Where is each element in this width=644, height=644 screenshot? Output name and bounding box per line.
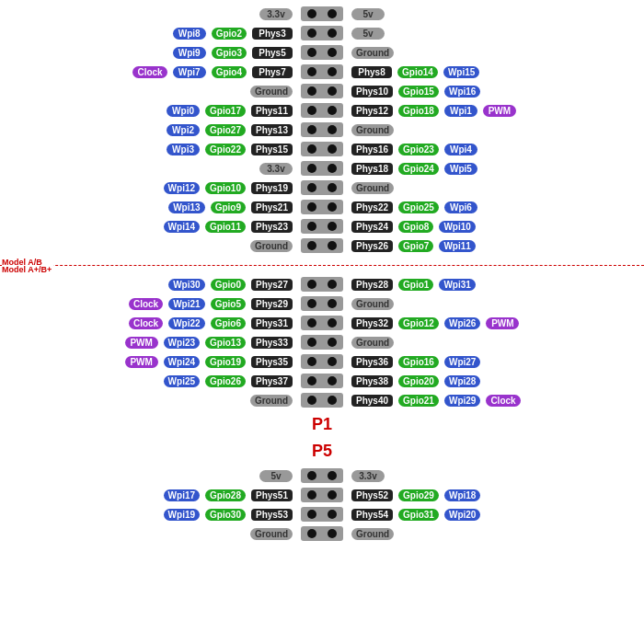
p5-diagram: P5 5v3.3vWpi17Gpio28Phys51Phys52Gpio29Wp… xyxy=(0,442,644,543)
right-pin-group: Ground xyxy=(350,182,635,194)
right-pin-group: Phys54Gpio31Wpi20 xyxy=(350,509,635,521)
connector-dot xyxy=(307,67,316,76)
pin-wpi27: Wpi27 xyxy=(444,356,480,368)
connector-bar xyxy=(301,219,343,234)
pin-wpi18: Wpi18 xyxy=(444,489,480,501)
connector-dot xyxy=(307,241,316,250)
connector-dot xyxy=(307,338,316,347)
phys-phys38: Phys38 xyxy=(351,375,393,387)
pin-wpi12: Wpi12 xyxy=(164,182,200,194)
right-pin-group: Phys22Gpio25Wpi6 xyxy=(350,201,635,213)
connector-dot xyxy=(307,299,316,308)
pin-wpi17: Wpi17 xyxy=(164,489,200,501)
connector-dot xyxy=(307,357,316,366)
left-pin-group: Wpi13Gpio9Phys21 xyxy=(9,201,294,213)
connector-bar xyxy=(301,26,343,40)
pin-wpi14: Wpi14 xyxy=(164,221,200,233)
pin-row: Wpi14Gpio11Phys23Phys24Gpio8Wpi10 xyxy=(0,217,644,236)
connector-bar xyxy=(301,122,343,137)
pin-gpio0: Gpio0 xyxy=(211,279,246,291)
connector-bar xyxy=(301,103,343,118)
pin-clock: Clock xyxy=(129,298,163,310)
p5-label: P5 xyxy=(0,442,644,461)
pin-wpi29: Wpi29 xyxy=(444,395,480,407)
phys-3.3v: 3.3v xyxy=(259,8,293,20)
pin-gpio6: Gpio6 xyxy=(211,317,246,329)
pin-pwm: PWM xyxy=(486,317,519,329)
center-connector xyxy=(294,200,350,214)
connector-dot xyxy=(307,48,316,57)
pin-row: Wpi12Gpio10Phys19Ground xyxy=(0,178,644,197)
right-pin-group: Phys8Gpio14Wpi15 xyxy=(350,66,635,78)
pin-wpi31: Wpi31 xyxy=(439,279,475,291)
left-pin-group: Wpi14Gpio11Phys23 xyxy=(9,221,294,233)
connector-dot xyxy=(328,67,337,76)
phys-3.3v: 3.3v xyxy=(351,470,385,482)
pin-wpi25: Wpi25 xyxy=(164,375,200,387)
left-pin-group: 3.3v xyxy=(9,163,294,175)
connector-dot xyxy=(307,529,316,538)
phys-phys40: Phys40 xyxy=(351,395,393,407)
connector-dot xyxy=(307,9,316,18)
pin-wpi26: Wpi26 xyxy=(444,317,480,329)
connector-dot xyxy=(328,202,337,212)
phys-phys54: Phys54 xyxy=(351,509,393,521)
connector-dot xyxy=(328,241,337,250)
phys-phys12: Phys12 xyxy=(351,105,393,117)
connector-dot xyxy=(328,125,337,134)
phys-ground: Ground xyxy=(250,240,293,252)
left-pin-group: Wpi2Gpio27Phys13 xyxy=(9,124,294,136)
left-pin-group: PWMWpi24Gpio19Phys35 xyxy=(9,356,294,368)
right-pin-group: Phys10Gpio15Wpi16 xyxy=(350,86,635,98)
pin-wpi2: Wpi2 xyxy=(167,124,200,136)
connector-dot xyxy=(307,202,316,212)
connector-bar xyxy=(301,507,343,522)
pin-wpi20: Wpi20 xyxy=(444,509,480,521)
pin-gpio8: Gpio8 xyxy=(398,221,433,233)
phys-5v: 5v xyxy=(351,28,385,40)
pin-row: ClockWpi7Gpio4Phys7Phys8Gpio14Wpi15 xyxy=(0,63,644,81)
connector-dot xyxy=(328,9,337,18)
pin-gpio1: Gpio1 xyxy=(398,279,433,291)
center-connector xyxy=(294,488,350,502)
phys-phys33: Phys33 xyxy=(251,337,293,349)
right-pin-group: Phys38Gpio20Wpi28 xyxy=(350,375,635,387)
connector-dot xyxy=(307,318,316,328)
right-pin-group: Phys36Gpio16Wpi27 xyxy=(350,356,635,368)
center-connector xyxy=(294,296,350,311)
pin-gpio13: Gpio13 xyxy=(205,337,246,349)
phys-ground: Ground xyxy=(351,337,394,349)
phys-phys29: Phys29 xyxy=(251,298,293,310)
pin-wpi11: Wpi11 xyxy=(439,240,475,252)
right-pin-group: Phys12Gpio18Wpi1PWM xyxy=(350,105,635,117)
right-pin-group: 3.3v xyxy=(350,470,635,482)
pin-row: PWMWpi23Gpio13Phys33Ground xyxy=(0,333,644,351)
pin-wpi24: Wpi24 xyxy=(164,356,200,368)
connector-bar xyxy=(301,354,343,369)
connector-dot xyxy=(328,510,337,519)
left-pin-group: Wpi17Gpio28Phys51 xyxy=(9,489,294,501)
right-pin-group: Phys18Gpio24Wpi5 xyxy=(350,163,635,175)
pin-gpio28: Gpio28 xyxy=(205,489,246,501)
phys-phys37: Phys37 xyxy=(251,375,293,387)
pin-row: Wpi25Gpio26Phys37Phys38Gpio20Wpi28 xyxy=(0,372,644,390)
pin-gpio16: Gpio16 xyxy=(398,356,439,368)
p1-diagram: 3.3v5vWpi8Gpio2Phys35vWpi9Gpio3Phys5Grou… xyxy=(0,5,644,434)
pin-wpi4: Wpi4 xyxy=(444,144,477,155)
model-separator: Model A/BModel A+/B+ xyxy=(0,256,644,274)
center-connector xyxy=(294,468,350,483)
pin-gpio30: Gpio30 xyxy=(205,509,246,521)
pin-gpio9: Gpio9 xyxy=(211,201,246,213)
connector-bar xyxy=(301,238,343,253)
phys-phys10: Phys10 xyxy=(351,86,393,98)
pin-gpio19: Gpio19 xyxy=(205,356,246,368)
connector-dot xyxy=(328,396,337,405)
pin-row: Wpi3Gpio22Phys15Phys16Gpio23Wpi4 xyxy=(0,140,644,158)
phys-ground: Ground xyxy=(351,124,394,136)
connector-dot xyxy=(328,222,337,231)
phys-5v: 5v xyxy=(351,8,385,20)
pin-wpi10: Wpi10 xyxy=(439,221,475,233)
left-pin-group: Wpi25Gpio26Phys37 xyxy=(9,375,294,387)
phys-phys5: Phys5 xyxy=(252,47,293,59)
pin-wpi3: Wpi3 xyxy=(167,144,200,155)
